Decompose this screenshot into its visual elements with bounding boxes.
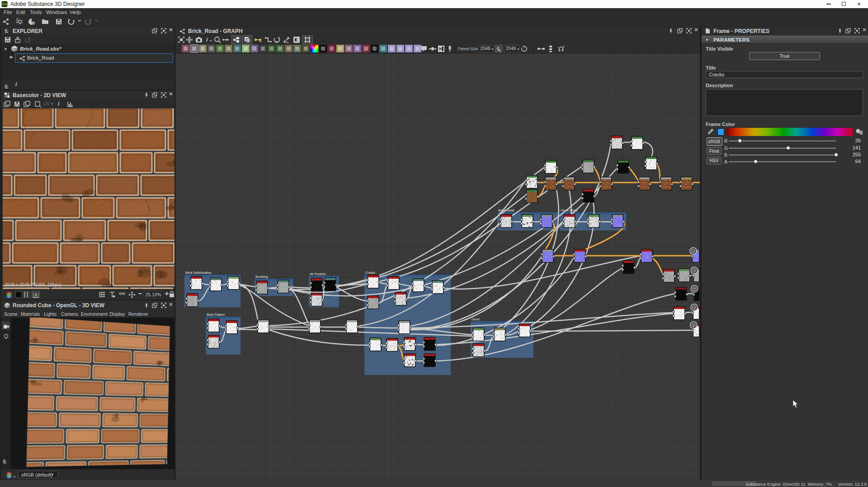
svg-text:Air Pockets: Air Pockets	[310, 272, 326, 276]
svg-text:Cracks: Cracks	[365, 271, 375, 274]
svg-text:Brick Pattern: Brick Pattern	[207, 313, 225, 316]
svg-text:Brick Deterioration: Brick Deterioration	[185, 271, 212, 274]
svg-text:Brushing: Brushing	[255, 275, 268, 279]
svg-text:i: i	[206, 36, 208, 43]
svg-text:2048 x 2048 (RGBA, 16bpc): 2048 x 2048 (RGBA, 16bpc)	[5, 282, 61, 287]
svg-text:Grout: Grout	[472, 318, 480, 321]
